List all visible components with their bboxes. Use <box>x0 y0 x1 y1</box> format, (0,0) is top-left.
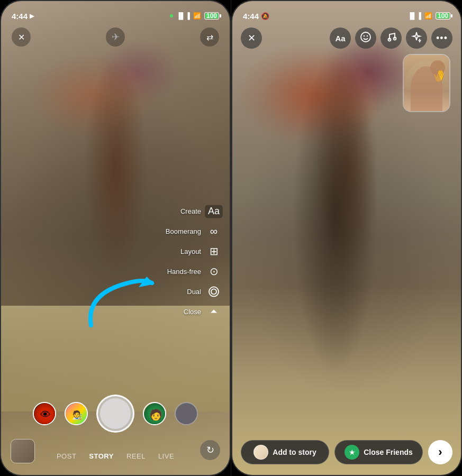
time-text: 4:44 <box>12 12 28 21</box>
text-icon: Aa <box>335 34 345 43</box>
battery-indicator-right: 100 <box>436 12 450 20</box>
shutter-inner <box>100 398 131 429</box>
menu-label-layout: Layout <box>180 248 201 255</box>
wifi-icon: 📶 <box>193 12 201 20</box>
signal-bars-icon: ▐▌▐ <box>176 12 190 20</box>
mute-icon: 🔕 <box>261 12 269 20</box>
battery-label-right: 100 <box>436 12 450 20</box>
emoji-icon <box>360 31 372 45</box>
flip-camera-top-button[interactable]: ⇄ <box>200 28 219 47</box>
status-icons-right: ▐▌▐ 📶 100 <box>407 12 450 20</box>
flash-button[interactable]: ✈ <box>106 28 125 47</box>
close-friends-button[interactable]: ★ Close Friends <box>334 440 423 464</box>
svg-point-2 <box>361 32 370 42</box>
filter-avatar-3[interactable]: 🧑 <box>143 402 166 425</box>
status-bar-left: 4:44 ▶ ▐▌▐ 📶 100 <box>1 1 230 24</box>
time-left: 4:44 ▶ <box>12 12 34 21</box>
effects-button[interactable] <box>406 28 427 49</box>
time-text-right: 4:44 <box>243 12 259 21</box>
svg-point-0 <box>211 289 216 294</box>
svg-point-3 <box>364 35 365 36</box>
filter-avatar-4[interactable] <box>175 402 198 425</box>
flip-camera-button[interactable]: ↻ <box>200 440 220 460</box>
add-to-story-label: Add to story <box>273 448 316 456</box>
side-menu: Create Aa Boomerang ∞ Layout ⊞ Hands-fre… <box>166 203 222 320</box>
story-avatar-circle <box>253 445 268 460</box>
flash-icon: ✈ <box>112 31 120 43</box>
menu-item-layout[interactable]: Layout ⊞ <box>166 243 222 260</box>
menu-item-close[interactable]: Close <box>166 303 222 320</box>
flip-icon: ⇄ <box>206 32 213 42</box>
music-button[interactable] <box>381 28 402 49</box>
more-icon: ••• <box>436 33 448 44</box>
edit-icons-right: Aa <box>330 28 452 49</box>
menu-label-boomerang: Boomerang <box>166 227 201 235</box>
gallery-thumbnail[interactable] <box>11 439 35 463</box>
bottom-controls: 👁 🧑‍🎨 🧑 <box>1 395 230 433</box>
boomerang-icon: ∞ <box>205 223 222 240</box>
svg-point-1 <box>209 287 219 296</box>
add-to-story-button[interactable]: Add to story <box>241 440 329 464</box>
action-bar: Add to story ★ Close Friends › <box>232 440 461 464</box>
time-right: 4:44 🔕 <box>243 12 269 21</box>
menu-label-handsfree: Hands-free <box>167 268 201 276</box>
filter-avatar-2[interactable]: 🧑‍🎨 <box>65 402 88 425</box>
wifi-icon-right: 📶 <box>424 12 432 20</box>
edit-toolbar: ✕ Aa <box>232 28 461 49</box>
menu-label-close: Close <box>184 308 201 316</box>
create-icon: Aa <box>205 203 222 219</box>
send-icon: › <box>438 445 442 459</box>
menu-item-boomerang[interactable]: Boomerang ∞ <box>166 223 222 240</box>
tab-reel[interactable]: REEL <box>126 452 146 460</box>
layout-icon: ⊞ <box>205 243 222 260</box>
top-bar-left: ✕ ✈ ⇄ <box>1 28 230 47</box>
close-icon: ✕ <box>18 32 25 42</box>
close-friends-label: Close Friends <box>364 448 413 456</box>
right-phone: 4:44 🔕 ▐▌▐ 📶 100 ✕ Aa <box>231 0 462 476</box>
close-button-left[interactable]: ✕ <box>12 28 31 47</box>
filter-avatar-1[interactable]: 👁 <box>33 402 56 425</box>
emoji-button[interactable] <box>355 28 376 49</box>
menu-label-create: Create <box>180 207 201 215</box>
battery-label: 100 <box>205 12 219 20</box>
shutter-button[interactable] <box>96 395 134 433</box>
menu-item-create[interactable]: Create Aa <box>166 203 222 219</box>
tab-story[interactable]: STORY <box>89 452 114 460</box>
tab-live[interactable]: LIVE <box>158 452 174 460</box>
status-icons-left: ▐▌▐ 📶 100 <box>170 12 219 20</box>
more-options-button[interactable]: ••• <box>431 28 452 49</box>
mode-tabs: POST STORY REEL LIVE <box>1 452 230 460</box>
friends-icon-circle: ★ <box>345 445 359 460</box>
friends-star-icon: ★ <box>349 448 356 456</box>
thumbnail-image <box>11 440 34 463</box>
selfie-preview: 🤚 <box>403 54 450 112</box>
flip-camera-icon: ↻ <box>206 444 214 456</box>
nav-arrow-icon: ▶ <box>30 13 34 20</box>
send-button[interactable]: › <box>428 440 452 464</box>
battery-indicator: 100 <box>204 12 219 20</box>
close-menu-icon <box>205 303 222 320</box>
menu-label-dual: Dual <box>187 288 201 296</box>
status-bar-right: 4:44 🔕 ▐▌▐ 📶 100 <box>232 1 461 24</box>
dual-icon <box>205 283 222 300</box>
close-icon-right: ✕ <box>248 32 256 44</box>
tutorial-arrow <box>75 262 160 331</box>
effects-icon <box>411 31 422 45</box>
handsfree-icon: ⊙ <box>205 263 222 280</box>
close-button-right[interactable]: ✕ <box>241 28 262 49</box>
menu-item-handsfree[interactable]: Hands-free ⊙ <box>166 263 222 280</box>
selfie-image: 🤚 <box>404 55 449 111</box>
text-edit-button[interactable]: Aa <box>330 28 351 49</box>
signal-dot <box>170 14 173 17</box>
music-icon <box>385 31 397 45</box>
left-phone: 4:44 ▶ ▐▌▐ 📶 100 ✕ ✈ ⇄ Create Aa <box>0 0 231 476</box>
signal-bars-icon-right: ▐▌▐ <box>407 12 421 20</box>
svg-point-4 <box>367 35 368 36</box>
tab-post[interactable]: POST <box>57 452 76 460</box>
menu-item-dual[interactable]: Dual <box>166 283 222 300</box>
